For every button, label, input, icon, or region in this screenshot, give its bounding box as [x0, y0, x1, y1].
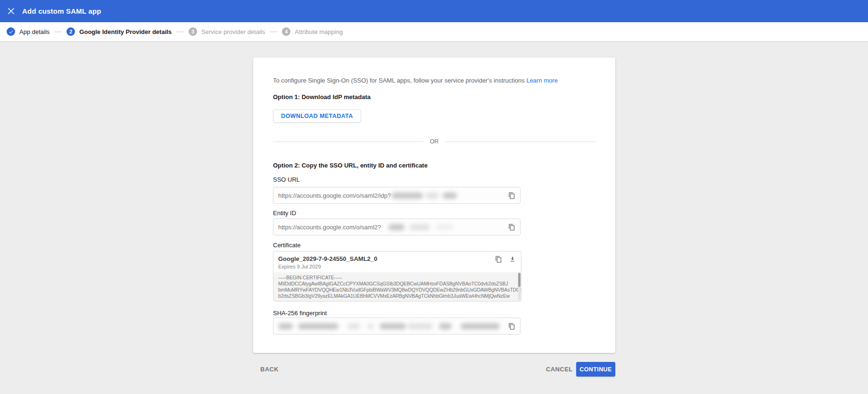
copy-icon	[495, 256, 502, 263]
step-separator	[270, 32, 277, 32]
step-pending-circle: 4	[282, 27, 290, 36]
certificate-name: Google_2029-7-9-24550_SAML2_0	[278, 255, 377, 262]
redacted-blur	[380, 323, 406, 329]
divider-line	[445, 142, 595, 142]
redacted-blur	[443, 193, 457, 199]
continue-button[interactable]: CONTINUE	[576, 362, 615, 377]
step-label: App details	[19, 28, 50, 35]
copy-sso-url-button[interactable]	[507, 191, 516, 200]
option2-heading: Option 2: Copy the SSO URL, entity ID an…	[273, 162, 428, 169]
learn-more-link[interactable]: Learn more	[526, 77, 557, 84]
certificate-line: -----BEGIN CERTIFICATE-----	[278, 275, 514, 281]
step-pending-circle: 3	[189, 27, 197, 36]
close-button[interactable]	[0, 0, 22, 22]
divider-line	[273, 142, 423, 142]
download-metadata-button[interactable]: DOWNLOAD METADATA	[273, 109, 361, 123]
step-separator	[54, 32, 62, 32]
dialog-title: Add custom SAML app	[22, 7, 101, 15]
step-separator	[176, 32, 184, 32]
step-label: Attribute mapping	[295, 28, 343, 35]
step-app-details[interactable]: App details	[7, 27, 50, 36]
scrollbar-thumb[interactable]	[518, 273, 521, 287]
intro-text: To configure Single Sign-On (SSO) for SA…	[273, 77, 575, 84]
step-service-provider-details[interactable]: 3 Service provider details	[189, 27, 265, 36]
close-icon	[8, 8, 15, 15]
certificate-expiry: Expires 9 Jul 2029	[278, 264, 321, 269]
cancel-button[interactable]: CANCEL	[543, 362, 576, 376]
step-google-idp-details[interactable]: 2 Google Identity Provider details	[66, 27, 172, 36]
certificate-body[interactable]: -----BEGIN CERTIFICATE----- MIIDdDCCAlyg…	[273, 272, 521, 301]
copy-certificate-button[interactable]	[494, 254, 503, 264]
sso-url-label: SSO URL	[273, 176, 300, 183]
or-divider: OR	[273, 138, 595, 145]
app-bar: Add custom SAML app	[0, 0, 868, 22]
copy-icon	[508, 323, 515, 330]
step-attribute-mapping[interactable]: 4 Attribute mapping	[282, 27, 343, 36]
redacted-blur	[461, 323, 500, 329]
or-label: OR	[430, 138, 439, 145]
entity-id-label: Entity ID	[273, 210, 296, 217]
step-label: Service provider details	[201, 28, 265, 35]
sso-url-value: https://accounts.google.com/o/saml2/idp?	[278, 192, 391, 199]
step-completed-circle	[7, 27, 15, 36]
intro-sentence: To configure Single Sign-On (SSO) for SA…	[273, 77, 525, 84]
redacted-blur	[407, 323, 433, 329]
redacted-blur	[436, 224, 454, 230]
entity-id-field[interactable]: https://accounts.google.com/o/saml2?	[273, 218, 521, 235]
certificate-line: MIIDdDCCAlygAwIBAgIGAZCcCPYXMA0GCSqGSIb3…	[278, 281, 514, 287]
copy-entity-id-button[interactable]	[507, 222, 516, 232]
sha256-fingerprint-field[interactable]	[273, 318, 521, 335]
idp-details-card: To configure Single Sign-On (SSO) for SA…	[253, 58, 615, 353]
redacted-blur	[367, 323, 374, 329]
check-icon	[8, 29, 14, 34]
redacted-blur	[426, 193, 439, 199]
copy-icon	[508, 192, 515, 199]
back-button[interactable]: BACK	[257, 362, 281, 376]
redacted-blur	[392, 193, 423, 199]
certificate-header: Google_2029-7-9-24550_SAML2_0 Expires 9 …	[273, 251, 521, 272]
add-custom-saml-app-dialog: Add custom SAML app App details 2 Google…	[0, 0, 868, 394]
stepper: App details 2 Google Identity Provider d…	[0, 22, 868, 42]
certificate-label: Certificate	[273, 242, 301, 249]
certificate-line: bmMuMRYwFAYDVQQHEw1Nb3VudGFpbiBWaWV3MQ8w…	[278, 287, 514, 293]
copy-fingerprint-button[interactable]	[507, 321, 516, 331]
download-icon	[509, 256, 516, 262]
certificate-box: Google_2029-7-9-24550_SAML2_0 Expires 9 …	[273, 251, 521, 302]
certificate-line: b2dsZSBGb3IgV29yazELMAkGA1UEBhMCVVMxEzAR…	[278, 293, 514, 299]
copy-icon	[508, 224, 515, 231]
step-label: Google Identity Provider details	[79, 28, 172, 35]
redacted-blur	[278, 323, 293, 329]
redacted-blur	[439, 323, 452, 329]
sso-url-field[interactable]: https://accounts.google.com/o/saml2/idp?	[273, 187, 521, 204]
entity-id-value: https://accounts.google.com/o/saml2?	[278, 224, 381, 231]
download-certificate-button[interactable]	[508, 254, 517, 264]
step-active-circle: 2	[66, 27, 75, 36]
redacted-blur	[347, 323, 360, 329]
option1-heading: Option 1: Download IdP metadata	[273, 93, 371, 101]
redacted-blur	[298, 323, 339, 329]
sha256-fingerprint-label: SHA-256 fingerprint	[273, 310, 327, 317]
redacted-blur	[409, 224, 430, 230]
redacted-blur	[389, 224, 405, 230]
